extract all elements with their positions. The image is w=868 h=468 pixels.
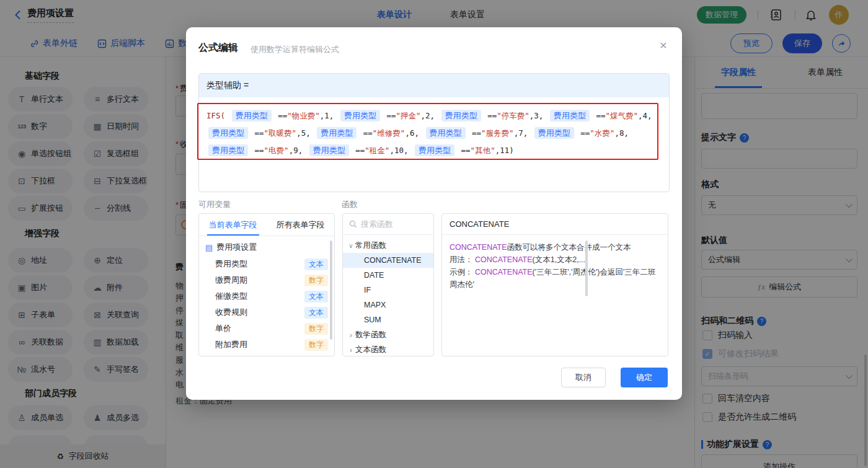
formula-segment: ,5, bbox=[296, 128, 315, 138]
formula-target: 类型辅助 = bbox=[199, 74, 669, 97]
variables-tab[interactable]: 当前表单字段 bbox=[199, 214, 267, 236]
formula-segment: == bbox=[456, 146, 471, 155]
function-item[interactable]: CONCATENATE bbox=[343, 253, 433, 268]
search-icon bbox=[349, 220, 357, 228]
variable-row[interactable]: 附加费用 数字 bbox=[199, 337, 334, 353]
function-detail-panel: CONCATENATE CONCATENATE函数可以将多个文本合并成一个文本用… bbox=[441, 213, 668, 356]
formula-segment: "押金" bbox=[396, 111, 420, 120]
variable-type-badge: 数字 bbox=[304, 323, 328, 335]
formula-segment: ,2, bbox=[421, 111, 440, 120]
functions-panel: 搜索函数 常用函数 CONCATENATE DATE IF MAPX SUM 数… bbox=[342, 213, 434, 356]
detail-segment: 示例： bbox=[450, 268, 475, 276]
formula-segment: 费用类型 bbox=[309, 144, 349, 156]
formula-segment: == bbox=[358, 128, 373, 138]
formula-segment: ,8, bbox=[614, 128, 629, 138]
formula-editor[interactable]: IFS( 费用类型 =="物业费",1, 费用类型 =="押金",2, 费用类型… bbox=[199, 97, 669, 159]
detail-segment: 函数可以将多个文本合并成一个文本 bbox=[507, 243, 631, 252]
variable-row[interactable]: 催缴类型 文本 bbox=[199, 288, 334, 304]
formula-segment: 费用类型 bbox=[208, 144, 248, 156]
function-item[interactable]: IF bbox=[343, 283, 433, 298]
function-search[interactable]: 搜索函数 bbox=[343, 214, 433, 235]
formula-box: 类型辅助 = IFS( 费用类型 =="物业费",1, 费用类型 =="押金",… bbox=[198, 73, 670, 192]
variable-name: 催缴类型 bbox=[215, 291, 304, 302]
variable-row[interactable]: 缴费周期 数字 bbox=[199, 272, 334, 288]
formula-segment: ,10, bbox=[389, 146, 413, 155]
formula-segment: ,7, bbox=[514, 128, 533, 138]
variable-type-badge: 文本 bbox=[304, 258, 328, 270]
formula-segment: "服务费" bbox=[481, 128, 514, 138]
close-icon[interactable]: × bbox=[660, 38, 667, 51]
detail-segment: (文本1,文本2,...) bbox=[533, 255, 588, 264]
function-item[interactable]: MAPX bbox=[343, 298, 433, 312]
variable-type-badge: 数字 bbox=[304, 339, 328, 351]
modal-subtitle: 使用数学运算符编辑公式 bbox=[250, 44, 339, 55]
formula-segment: == bbox=[351, 146, 365, 155]
formula-segment: "其他" bbox=[471, 146, 495, 155]
formula-segment: "租金" bbox=[365, 146, 389, 155]
confirm-button[interactable]: 确定 bbox=[621, 368, 668, 387]
function-item[interactable]: 常用函数 bbox=[343, 238, 433, 253]
formula-editor-modal: 公式编辑 使用数学运算符编辑公式 × 类型辅助 = IFS( 费用类型 =="物… bbox=[186, 27, 682, 400]
formula-segment: 费用类型 bbox=[208, 127, 248, 139]
variable-row[interactable]: 费用类型 文本 bbox=[199, 256, 334, 272]
formula-segment: 费用类型 bbox=[550, 110, 590, 121]
variables-tab[interactable]: 所有表单字段 bbox=[267, 214, 334, 236]
formula-segment: == bbox=[467, 128, 482, 138]
detail-segment: CONCATENATE bbox=[450, 243, 507, 252]
formula-segment: ,1, bbox=[320, 111, 339, 120]
detail-segment: CONCATENATE bbox=[475, 268, 533, 276]
function-item[interactable]: 文本函数 bbox=[343, 342, 433, 356]
cancel-button[interactable]: 取消 bbox=[561, 368, 606, 387]
function-item[interactable]: SUM bbox=[343, 312, 433, 327]
variable-type-badge: 文本 bbox=[304, 291, 328, 302]
formula-segment: 费用类型 bbox=[232, 110, 272, 121]
variable-name: 单价 bbox=[215, 323, 304, 334]
formula-segment: "物业费" bbox=[287, 111, 320, 120]
formula-segment: 费用类型 bbox=[426, 127, 466, 139]
variable-name: 缴费周期 bbox=[215, 275, 304, 286]
formula-segment: == bbox=[576, 128, 590, 138]
variable-type-badge: 数字 bbox=[304, 275, 328, 286]
variable-type-badge: 文本 bbox=[304, 307, 328, 319]
formula-segment: 费用类型 bbox=[441, 110, 481, 121]
search-placeholder: 搜索函数 bbox=[361, 219, 393, 230]
variables-label: 可用变量 bbox=[198, 199, 231, 210]
formula-segment: IFS( bbox=[206, 111, 230, 120]
formula-segment: "煤气费" bbox=[605, 111, 638, 120]
formula-segment: == bbox=[250, 146, 264, 155]
function-item[interactable]: 数学函数 bbox=[343, 327, 433, 342]
formula-segment: == bbox=[483, 111, 497, 120]
form-icon: ▤ bbox=[205, 243, 213, 252]
formula-segment: 费用类型 bbox=[317, 127, 356, 139]
formula-segment: ,11) bbox=[495, 146, 514, 155]
formula-segment: ,4, bbox=[638, 111, 652, 120]
formula-segment: ,6, bbox=[405, 128, 423, 138]
function-detail-title: CONCATENATE bbox=[442, 214, 668, 235]
variable-row[interactable]: 收费规则 文本 bbox=[199, 304, 334, 320]
variable-name: 费用类型 bbox=[215, 258, 304, 270]
formula-segment: 费用类型 bbox=[415, 144, 454, 156]
formula-segment: "维修费" bbox=[373, 128, 405, 138]
variables-panel: 当前表单字段所有表单字段 ▤ 费用项设置 费用类型 文本 缴费周期 数字 催缴类… bbox=[198, 213, 335, 356]
formula-segment: "电费" bbox=[264, 146, 289, 155]
formula-segment: 费用类型 bbox=[534, 127, 574, 139]
function-detail-body: CONCATENATE函数可以将多个文本合并成一个文本用法： CONCATENA… bbox=[442, 235, 668, 297]
function-item[interactable]: DATE bbox=[343, 268, 433, 283]
formula-segment: == bbox=[273, 111, 288, 120]
formula-segment: ,3, bbox=[529, 111, 548, 120]
functions-scrollbar[interactable] bbox=[585, 241, 588, 296]
form-node[interactable]: ▤ 费用项设置 bbox=[199, 239, 334, 256]
modal-title: 公式编辑 bbox=[198, 42, 238, 55]
formula-segment: "水费" bbox=[590, 128, 614, 138]
variables-scrollbar[interactable] bbox=[330, 241, 332, 340]
functions-tree: 常用函数 CONCATENATE DATE IF MAPX SUM 数学函数 文… bbox=[343, 235, 433, 356]
variable-name: 收费规则 bbox=[215, 307, 304, 318]
formula-segment: == bbox=[250, 128, 264, 138]
variables-tree: 费用类型 文本 缴费周期 数字 催缴类型 文本 收费规则 文本 单价 数字 附加… bbox=[199, 256, 334, 353]
formula-segment: ,9, bbox=[289, 146, 308, 155]
formula-segment: == bbox=[382, 111, 396, 120]
functions-label: 函数 bbox=[342, 199, 358, 210]
variable-name: 附加费用 bbox=[215, 339, 304, 350]
formula-segment: "取暖费" bbox=[264, 128, 297, 138]
variable-row[interactable]: 单价 数字 bbox=[199, 320, 334, 337]
